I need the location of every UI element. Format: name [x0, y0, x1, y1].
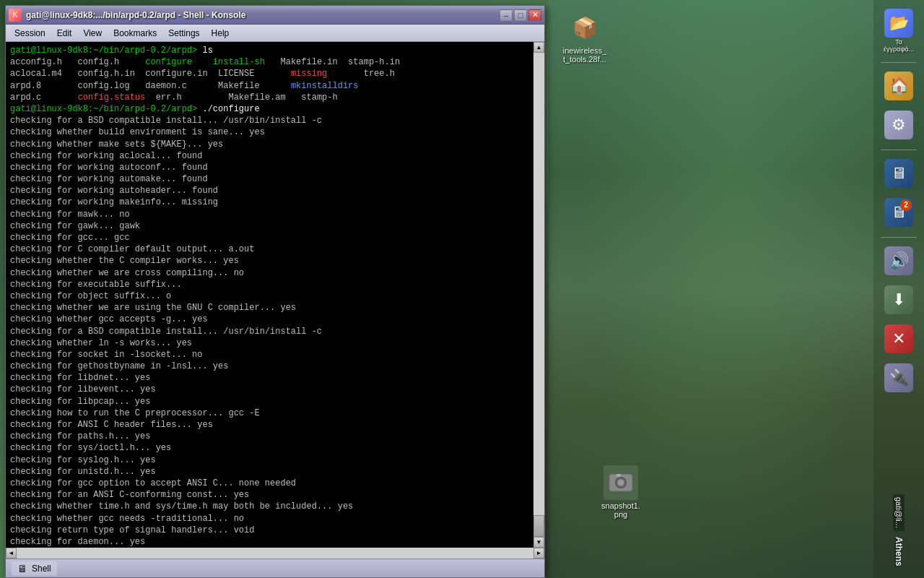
gati-taskbar-item[interactable]: gati@li... [893, 494, 905, 531]
wireless-icon-label: inewireless_t_tools.28f... [563, 46, 607, 64]
sidebar-divider-3 [881, 237, 917, 238]
terminal-output[interactable]: gati@linux-9dk8:~/bin/arpd-0.2/arpd> ls … [6, 42, 533, 548]
maximize-button[interactable]: □ [514, 9, 527, 21]
scroll-left-button[interactable]: ◄ [6, 548, 17, 558]
sidebar-icon-settings[interactable]: ⚙ [878, 108, 920, 144]
snapshot-desktop-icon[interactable]: snapshot1.png [592, 462, 650, 522]
desktop: K gati@linux-9dk8:.../bin/arpd-0.2/arpd … [0, 0, 924, 578]
shell-tab-label: Shell [32, 564, 51, 574]
settings-gear-icon: ⚙ [884, 111, 913, 139]
terminal-content: gati@linux-9dk8:~/bin/arpd-0.2/arpd> ls … [6, 42, 544, 548]
download-icon: ⬇ [884, 285, 913, 314]
error-icon: ✕ [884, 324, 913, 353]
speaker-icon: 🔊 [884, 246, 913, 275]
scroll-down-button[interactable]: ▼ [533, 537, 544, 548]
menu-edit[interactable]: Edit [51, 27, 78, 40]
sidebar-icon-volume[interactable]: 🔊 [878, 243, 920, 280]
minimize-button[interactable]: – [500, 9, 513, 21]
screen-icon: 🖥 [884, 159, 913, 188]
menu-help[interactable]: Help [206, 27, 235, 40]
sidebar-icon-error[interactable]: ✕ [878, 322, 920, 358]
snapshot-icon-label: snapshot1.png [601, 501, 640, 519]
statusbar: 🖥 Shell [6, 558, 544, 577]
titlebar-buttons: – □ ✕ [500, 9, 541, 21]
sidebar-icon-screen[interactable]: 🖥 [878, 156, 920, 192]
wireless-icon-img: 📦 [567, 10, 602, 45]
titlebar: K gati@linux-9dk8:.../bin/arpd-0.2/arpd … [6, 6, 544, 25]
documents-label: Ταέγγραφά... [884, 39, 914, 53]
sidebar-icon-home[interactable]: 🏠 [878, 69, 920, 105]
scroll-up-button[interactable]: ▲ [533, 42, 544, 53]
scroll-thumb[interactable] [533, 515, 544, 537]
menu-settings[interactable]: Settings [162, 27, 205, 40]
snapshot-icon-img [603, 465, 638, 500]
documents-icon: 📂 [884, 9, 913, 38]
right-sidebar: 📂 Ταέγγραφά... 🏠 ⚙ 🖥 🖥 2 🔊 [873, 0, 924, 578]
network-icon: 🔌 [884, 363, 913, 392]
screen-badge: 2 [900, 199, 912, 211]
sidebar-icon-network[interactable]: 🔌 [878, 361, 920, 397]
close-button[interactable]: ✕ [528, 9, 541, 21]
home-icon: 🏠 [884, 72, 913, 100]
scroll-right-button[interactable]: ► [533, 548, 544, 558]
window-title: gati@linux-9dk8:.../bin/arpd-0.2/arpd - … [26, 10, 500, 20]
konsole-window: K gati@linux-9dk8:.../bin/arpd-0.2/arpd … [5, 5, 545, 578]
sidebar-divider-1 [881, 62, 917, 63]
window-icon: K [9, 9, 22, 22]
scroll-h-track [17, 548, 533, 558]
menu-bookmarks[interactable]: Bookmarks [108, 27, 162, 40]
menu-session[interactable]: Session [9, 27, 51, 40]
shell-tab[interactable]: 🖥 Shell [12, 561, 57, 576]
scroll-track [533, 53, 544, 537]
sidebar-divider-2 [881, 150, 917, 150]
athens-label: Athens [894, 537, 904, 566]
shell-tab-icon: 🖥 [17, 563, 29, 574]
sidebar-icon-screen-badge[interactable]: 🖥 2 [878, 195, 920, 231]
wireless-desktop-icon[interactable]: 📦 inewireless_t_tools.28f... [556, 7, 614, 66]
sidebar-icon-documents[interactable]: 📂 Ταέγγραφά... [878, 6, 920, 56]
svg-point-3 [618, 480, 624, 486]
menu-view[interactable]: View [77, 27, 108, 40]
vertical-scrollbar[interactable]: ▲ ▼ [533, 42, 544, 548]
horizontal-scrollbar[interactable]: ◄ ► [6, 548, 544, 558]
svg-rect-4 [616, 474, 621, 477]
menubar: Session Edit View Bookmarks Settings Hel… [6, 25, 544, 42]
sidebar-icon-download[interactable]: ⬇ [878, 282, 920, 319]
screen-badge-icon: 🖥 2 [884, 198, 913, 227]
